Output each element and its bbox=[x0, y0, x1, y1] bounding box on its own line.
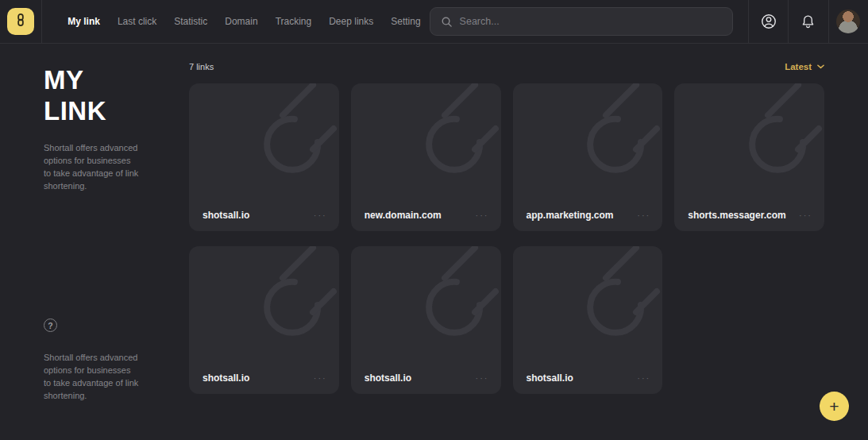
card-footer: new.domain.com ··· bbox=[365, 210, 489, 221]
sidebar: MY LINK Shortall offers advanced options… bbox=[0, 44, 189, 440]
nav-item-last-click[interactable]: Last click bbox=[109, 0, 165, 44]
sort-dropdown[interactable]: Latest bbox=[785, 62, 824, 71]
link-watermark-icon bbox=[351, 246, 501, 365]
card-domain: shotsall.io bbox=[203, 372, 249, 384]
card-domain: shotsall.io bbox=[527, 372, 573, 384]
card-footer: shotsall.io ··· bbox=[365, 372, 489, 384]
link-card[interactable]: shorts.messager.com ··· bbox=[674, 83, 824, 231]
card-domain: shotsall.io bbox=[203, 210, 249, 221]
page-body: MY LINK Shortall offers advanced options… bbox=[0, 44, 868, 440]
search-bar bbox=[430, 7, 733, 36]
card-menu-button[interactable]: ··· bbox=[476, 376, 489, 380]
nav-item-deep-links[interactable]: Deep links bbox=[320, 0, 382, 44]
link-watermark-icon bbox=[189, 246, 339, 365]
card-domain: new.domain.com bbox=[365, 210, 442, 221]
add-link-button[interactable]: + bbox=[820, 392, 849, 421]
profile-cell[interactable] bbox=[828, 0, 868, 43]
link-card[interactable]: app.marketing.com ··· bbox=[513, 83, 663, 231]
help-block: ? Shortall offers advanced options for b… bbox=[44, 318, 189, 402]
account-button[interactable] bbox=[748, 0, 788, 43]
link-card[interactable]: new.domain.com ··· bbox=[351, 83, 501, 231]
chevron-down-icon bbox=[817, 64, 824, 69]
top-navbar: My link Last click Statistic Domain Trac… bbox=[0, 0, 868, 44]
card-domain: shotsall.io bbox=[365, 372, 411, 384]
link-watermark-icon bbox=[189, 83, 339, 203]
help-icon[interactable]: ? bbox=[44, 318, 57, 332]
card-menu-button[interactable]: ··· bbox=[637, 376, 650, 380]
nav-item-setting[interactable]: Setting bbox=[382, 0, 429, 44]
user-avatar bbox=[836, 10, 860, 33]
search-icon bbox=[441, 16, 453, 28]
nav-item-tracking[interactable]: Tracking bbox=[267, 0, 321, 44]
link-card[interactable]: shotsall.io ··· bbox=[189, 83, 339, 231]
link-watermark-icon bbox=[351, 83, 501, 203]
sort-label: Latest bbox=[785, 62, 812, 71]
plus-icon: + bbox=[829, 397, 839, 416]
page-title: MY LINK bbox=[44, 64, 147, 126]
user-circle-icon bbox=[760, 13, 777, 30]
card-footer: shotsall.io ··· bbox=[527, 372, 651, 384]
card-menu-button[interactable]: ··· bbox=[314, 213, 327, 218]
notifications-button[interactable] bbox=[788, 0, 827, 43]
links-count: 7 links bbox=[189, 62, 214, 71]
link-card-grid: shotsall.io ··· new.domain.com ··· bbox=[189, 83, 824, 394]
bell-icon bbox=[800, 14, 816, 30]
card-footer: shorts.messager.com ··· bbox=[688, 210, 812, 221]
card-menu-button[interactable]: ··· bbox=[799, 213, 812, 218]
app-window: My link Last click Statistic Domain Trac… bbox=[0, 0, 868, 440]
logo-cell bbox=[0, 0, 42, 43]
nav-item-domain[interactable]: Domain bbox=[216, 0, 266, 44]
list-toolbar: 7 links Latest bbox=[189, 60, 824, 73]
link-card[interactable]: shotsall.io ··· bbox=[351, 246, 501, 394]
page-description: Shortall offers advanced options for bus… bbox=[44, 141, 139, 192]
question-mark-glyph: ? bbox=[48, 321, 52, 330]
help-description: Shortall offers advanced options for bus… bbox=[44, 351, 139, 402]
card-menu-button[interactable]: ··· bbox=[314, 376, 327, 380]
nav-item-my-link[interactable]: My link bbox=[59, 0, 109, 44]
card-menu-button[interactable]: ··· bbox=[637, 213, 650, 218]
card-domain: shorts.messager.com bbox=[688, 210, 785, 221]
link-watermark-icon bbox=[674, 83, 824, 203]
main-nav: My link Last click Statistic Domain Trac… bbox=[59, 0, 429, 44]
link-card[interactable]: shotsall.io ··· bbox=[189, 246, 339, 394]
card-footer: shotsall.io ··· bbox=[203, 210, 327, 221]
chain-link-icon bbox=[14, 13, 28, 30]
main-content: 7 links Latest sho bbox=[189, 44, 868, 440]
search-input[interactable] bbox=[460, 16, 722, 27]
card-domain: app.marketing.com bbox=[527, 210, 614, 221]
link-card[interactable]: shotsall.io ··· bbox=[513, 246, 663, 394]
nav-item-statistic[interactable]: Statistic bbox=[165, 0, 216, 44]
card-menu-button[interactable]: ··· bbox=[476, 213, 489, 218]
link-watermark-icon bbox=[513, 246, 663, 365]
card-footer: app.marketing.com ··· bbox=[527, 210, 651, 221]
link-watermark-icon bbox=[513, 83, 663, 203]
app-logo[interactable] bbox=[7, 8, 34, 35]
card-footer: shotsall.io ··· bbox=[203, 372, 327, 384]
